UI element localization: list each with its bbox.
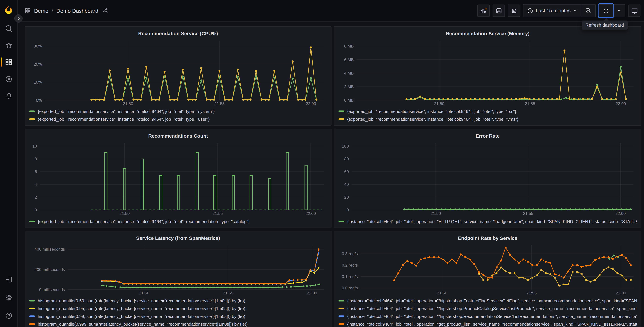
legend-swatch [338,110,344,112]
legend-swatch [338,323,344,325]
time-range-group: Last 15 minutes [523,4,596,17]
error-rate-chart[interactable]: 21:5021:5522:00020406080100 [338,140,637,216]
share-icon[interactable] [102,8,108,14]
legend-label[interactable]: {exported_job="recommendationservice", i… [38,117,210,122]
kiosk-mode-button[interactable] [628,4,640,17]
legend-item: {exported_job="recommendationservice", i… [29,108,327,115]
sidebar-expand-button[interactable] [14,14,23,23]
refresh-group [598,4,625,17]
sidebar-item-help[interactable] [0,311,17,320]
breadcrumb-page[interactable]: Demo Dashboard [56,8,98,14]
alerting-bell-icon [5,92,12,100]
refresh-icon [603,8,609,14]
sidebar-item-dashboards[interactable] [0,58,17,67]
legend-item: {instance="otelcol:9464", job="otel", op… [338,218,637,225]
grafana-logo[interactable] [4,5,14,15]
svg-text:400 milliseconds: 400 milliseconds [34,247,65,251]
grafana-app: Demo / Demo Dashboard Last 15 minutes [0,0,644,327]
svg-text:21:55: 21:55 [526,290,536,295]
panel-title[interactable]: Recommendations Count [29,132,327,140]
clock-icon [527,8,533,14]
zoom-out-button[interactable] [582,4,595,17]
endpoint-rate-chart[interactable]: 21:5021:5522:000.0 req/s0.1 req/s0.2 req… [338,242,637,296]
legend-label[interactable]: {exported_job="recommendationservice", i… [38,109,215,114]
legend-swatch [338,316,344,317]
latency-chart[interactable]: 21:5021:5522:000 milliseconds200 millise… [29,242,327,296]
dashboard-settings-button[interactable] [508,4,520,17]
top-bar: Demo / Demo Dashboard Last 15 minutes [0,0,644,22]
panel-recommendations-count: Recommendations Count 21:5021:5522:00024… [25,128,332,228]
legend-label[interactable]: histogram_quantile(0.999, sum(rate(laten… [38,322,248,326]
svg-text:0 MB: 0 MB [344,98,354,102]
sidebar-item-sign-in[interactable] [0,275,17,284]
legend-swatch [29,110,35,112]
svg-text:21:50: 21:50 [430,211,441,216]
legend-label[interactable]: {instance="otelcol:9464", job="otel", op… [347,306,637,311]
toolbar-actions: Last 15 minutes [478,4,640,17]
sign-in-icon [5,276,12,283]
legend-label[interactable]: histogram_quantile(0.95, sum(rate(latenc… [38,306,245,311]
sidebar-bottom-items [0,275,17,320]
panel-title[interactable]: Service Latency (from SpanMetrics) [29,234,327,242]
legend-swatch [29,220,35,222]
svg-text:21:50: 21:50 [139,290,149,295]
legend-label[interactable]: {exported_job="recommendationservice", i… [347,109,516,114]
legend-label[interactable]: {instance="otelcol:9464", job="otel", op… [347,298,637,303]
legend-label[interactable]: {instance="otelcol:9464", job="otel", op… [347,314,637,319]
time-range-picker[interactable]: Last 15 minutes [524,4,581,17]
legend-label[interactable]: {exported_job="recommendationservice", i… [347,117,518,122]
legend-swatch [338,300,344,302]
legend-item: {instance="otelcol:9464", job="otel", op… [338,312,637,320]
sidebar-item-search[interactable] [0,24,17,33]
svg-text:0: 0 [35,208,37,212]
cpu-chart[interactable]: 21:5021:5522:000%10%20%30% [29,38,327,107]
legend-swatch [29,323,35,325]
svg-text:22:00: 22:00 [616,290,626,295]
panel-error-rate: Error Rate 21:5021:5522:00020406080100 {… [334,128,641,228]
dashboard-canvas: Recommendation Service (CPU%) 21:5021:55… [17,21,644,327]
breadcrumb-section[interactable]: Demo [34,8,48,14]
search-icon [5,24,12,32]
panel-title[interactable]: Error Rate [338,132,637,140]
sidebar-item-starred[interactable] [0,40,17,50]
svg-text:0.0 req/s: 0.0 req/s [342,285,358,290]
panel-title[interactable]: Endpoint Rate by Service [338,234,637,242]
sidebar-item-alerting[interactable] [0,91,17,100]
dashboard-grid-icon[interactable] [25,8,31,14]
svg-text:22:00: 22:00 [616,102,626,106]
svg-text:21:55: 21:55 [525,102,535,106]
chevron-down-icon [573,8,577,12]
sidebar-item-explore[interactable] [0,74,17,84]
breadcrumb-separator: / [52,8,53,14]
panel-title[interactable]: Recommendation Service (Memory) [338,29,637,38]
breadcrumb: Demo / Demo Dashboard [25,8,108,14]
memory-chart[interactable]: 21:5021:5522:000 MB2 MB4 MB6 MB8 MB [338,38,637,107]
legend: histogram_quantile(0.50, sum(rate(latenc… [29,297,327,327]
refresh-dashboard-button[interactable] [599,4,613,17]
refresh-interval-button[interactable] [613,4,625,17]
legend: {instance="otelcol:9464", job="otel", op… [338,297,637,327]
save-dashboard-button[interactable] [493,4,505,17]
legend: {exported_job="recommendationservice", i… [29,108,327,123]
add-panel-button[interactable] [478,4,490,17]
sidebar-item-configuration[interactable] [0,293,17,302]
svg-text:4 MB: 4 MB [344,71,354,75]
legend-label[interactable]: {exported_job="recommendationservice", i… [38,219,250,224]
svg-text:0.2 req/s: 0.2 req/s [342,263,358,267]
legend-swatch [338,220,344,222]
dashboards-icon [5,58,12,66]
panel-title[interactable]: Recommendation Service (CPU%) [29,29,327,38]
legend-item: histogram_quantile(0.50, sum(rate(latenc… [29,297,327,304]
legend-label[interactable]: {instance="otelcol:9464", job="otel", op… [347,219,637,224]
count-chart[interactable]: 21:5021:5522:000246810 [29,140,327,216]
panel-endpoint-rate: Endpoint Rate by Service 21:5021:5522:00… [334,231,641,327]
legend-label[interactable]: {instance="otelcol:9464", job="otel", op… [347,322,637,326]
legend: {exported_job="recommendationservice", i… [29,218,327,225]
sidebar [0,0,18,327]
svg-text:22:00: 22:00 [616,211,626,216]
legend-swatch [29,308,35,309]
svg-text:20%: 20% [34,62,42,66]
legend-swatch [338,118,344,120]
legend-label[interactable]: histogram_quantile(0.50, sum(rate(latenc… [38,298,245,303]
legend-label[interactable]: histogram_quantile(0.99, sum(rate(latenc… [38,314,245,319]
